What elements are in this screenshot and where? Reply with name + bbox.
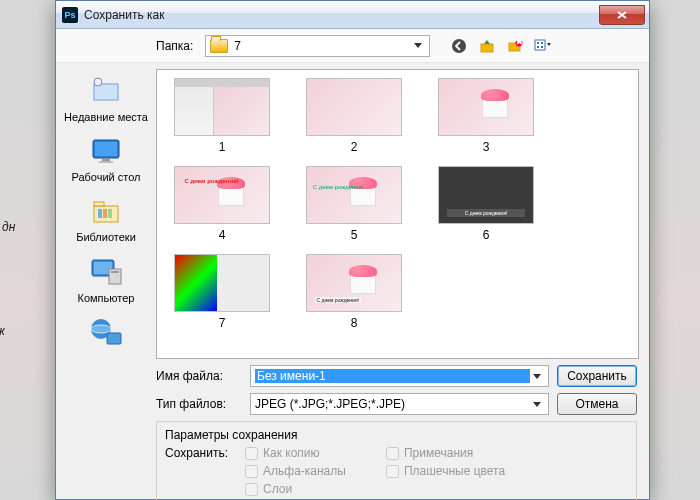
filetype-value: JPEG (*.JPG;*.JPEG;*.JPE) bbox=[255, 397, 405, 411]
folder-name: 7 bbox=[234, 39, 241, 53]
up-button[interactable] bbox=[476, 35, 498, 57]
svg-rect-6 bbox=[537, 42, 539, 44]
view-icon bbox=[534, 38, 552, 54]
filetype-combobox[interactable]: JPEG (*.JPG;*.JPEG;*.JPE) bbox=[250, 393, 549, 415]
checkbox-label: Альфа-каналы bbox=[263, 464, 346, 478]
place-recent[interactable]: Недавние места bbox=[60, 71, 152, 127]
thumbnail-label: 5 bbox=[351, 228, 358, 242]
folder-icon bbox=[210, 39, 228, 53]
checkbox-label: Примечания bbox=[404, 446, 473, 460]
filename-label: Имя файла: bbox=[156, 369, 242, 383]
folder-label: Папка: bbox=[156, 39, 193, 53]
save-parameters-group: Параметры сохранения Сохранить: Как копи… bbox=[156, 421, 637, 500]
back-button[interactable] bbox=[448, 35, 470, 57]
checkbox-label: Плашечные цвета bbox=[404, 464, 505, 478]
thumbnail-label: 3 bbox=[483, 140, 490, 154]
svg-point-11 bbox=[94, 78, 102, 86]
svg-rect-14 bbox=[102, 158, 110, 161]
svg-rect-19 bbox=[103, 209, 107, 218]
thumbnail-label: 4 bbox=[219, 228, 226, 242]
file-list[interactable]: 123С днем рождения!4С днем рождения!5С д… bbox=[156, 69, 639, 359]
layers-checkbox[interactable]: Слои bbox=[245, 482, 346, 496]
places-bar: Недавние места Рабочий стол Библиотеки К… bbox=[56, 63, 156, 359]
computer-icon bbox=[89, 255, 123, 289]
file-thumbnail[interactable]: 1 bbox=[165, 78, 279, 154]
thumbnail-label: 6 bbox=[483, 228, 490, 242]
dialog-title: Сохранить как bbox=[84, 8, 599, 22]
network-icon bbox=[89, 315, 123, 349]
titlebar: Ps Сохранить как bbox=[56, 1, 649, 29]
svg-rect-20 bbox=[108, 209, 112, 218]
svg-text:★: ★ bbox=[514, 38, 524, 48]
file-thumbnail[interactable]: 2 bbox=[297, 78, 411, 154]
filename-combobox[interactable] bbox=[250, 365, 549, 387]
save-button[interactable]: Сохранить bbox=[557, 365, 637, 387]
folder-combobox[interactable]: 7 bbox=[205, 35, 430, 57]
file-thumbnail[interactable]: С днем рождения!5 bbox=[297, 166, 411, 242]
save-label: Сохранить: bbox=[165, 446, 235, 460]
place-computer[interactable]: Компьютер bbox=[60, 252, 152, 308]
svg-rect-15 bbox=[99, 161, 113, 163]
back-arrow-icon bbox=[451, 38, 467, 54]
alpha-checkbox[interactable]: Альфа-каналы bbox=[245, 464, 346, 478]
file-thumbnail[interactable]: С днем рождения!6 bbox=[429, 166, 543, 242]
thumbnail-label: 7 bbox=[219, 316, 226, 330]
svg-rect-27 bbox=[107, 333, 121, 344]
file-thumbnail[interactable]: 3 bbox=[429, 78, 543, 154]
thumbnail-label: 2 bbox=[351, 140, 358, 154]
file-thumbnail[interactable]: 7 bbox=[165, 254, 279, 330]
svg-rect-1 bbox=[481, 44, 493, 52]
place-label: Библиотеки bbox=[76, 231, 136, 244]
svg-rect-8 bbox=[537, 46, 539, 48]
chevron-down-icon bbox=[411, 39, 425, 53]
save-params-title: Параметры сохранения bbox=[165, 428, 628, 442]
svg-rect-17 bbox=[94, 202, 104, 206]
photoshop-icon: Ps bbox=[62, 7, 78, 23]
svg-rect-18 bbox=[98, 209, 102, 218]
bg-text: ож bbox=[0, 324, 15, 338]
spot-checkbox[interactable]: Плашечные цвета bbox=[386, 464, 505, 478]
chevron-down-icon bbox=[530, 369, 544, 383]
new-folder-icon: ★ bbox=[507, 38, 523, 54]
recent-places-icon bbox=[89, 74, 123, 108]
libraries-icon bbox=[89, 194, 123, 228]
filetype-label: Тип файлов: bbox=[156, 397, 242, 411]
notes-checkbox[interactable]: Примечания bbox=[386, 446, 505, 460]
svg-rect-7 bbox=[541, 42, 543, 44]
as-copy-checkbox[interactable]: Как копию bbox=[245, 446, 346, 460]
svg-point-0 bbox=[452, 39, 466, 53]
new-folder-button[interactable]: ★ bbox=[504, 35, 526, 57]
svg-rect-9 bbox=[541, 46, 543, 48]
svg-rect-24 bbox=[111, 271, 119, 273]
place-desktop[interactable]: Рабочий стол bbox=[60, 131, 152, 187]
svg-rect-13 bbox=[95, 142, 117, 156]
thumbnail-label: 1 bbox=[219, 140, 226, 154]
save-as-dialog: Ps Сохранить как Папка: 7 ★ bbox=[55, 0, 650, 500]
place-label: Недавние места bbox=[64, 111, 148, 124]
place-network[interactable] bbox=[60, 312, 152, 355]
checkbox-label: Как копию bbox=[263, 446, 320, 460]
place-libraries[interactable]: Библиотеки bbox=[60, 191, 152, 247]
file-thumbnail[interactable]: С днем рождения!8 bbox=[297, 254, 411, 330]
thumbnail-label: 8 bbox=[351, 316, 358, 330]
filename-input[interactable] bbox=[255, 369, 530, 383]
file-thumbnail[interactable]: С днем рождения!4 bbox=[165, 166, 279, 242]
folder-row: Папка: 7 ★ bbox=[56, 29, 649, 63]
close-icon bbox=[616, 10, 628, 20]
chevron-down-icon bbox=[530, 397, 544, 411]
svg-rect-5 bbox=[535, 40, 545, 50]
view-menu-button[interactable] bbox=[532, 35, 554, 57]
desktop-icon bbox=[89, 134, 123, 168]
checkbox-label: Слои bbox=[263, 482, 292, 496]
bg-text: С дн bbox=[0, 220, 15, 234]
cancel-button[interactable]: Отмена bbox=[557, 393, 637, 415]
close-button[interactable] bbox=[599, 5, 645, 25]
place-label: Компьютер bbox=[78, 292, 135, 305]
up-folder-icon bbox=[479, 38, 495, 54]
place-label: Рабочий стол bbox=[71, 171, 140, 184]
